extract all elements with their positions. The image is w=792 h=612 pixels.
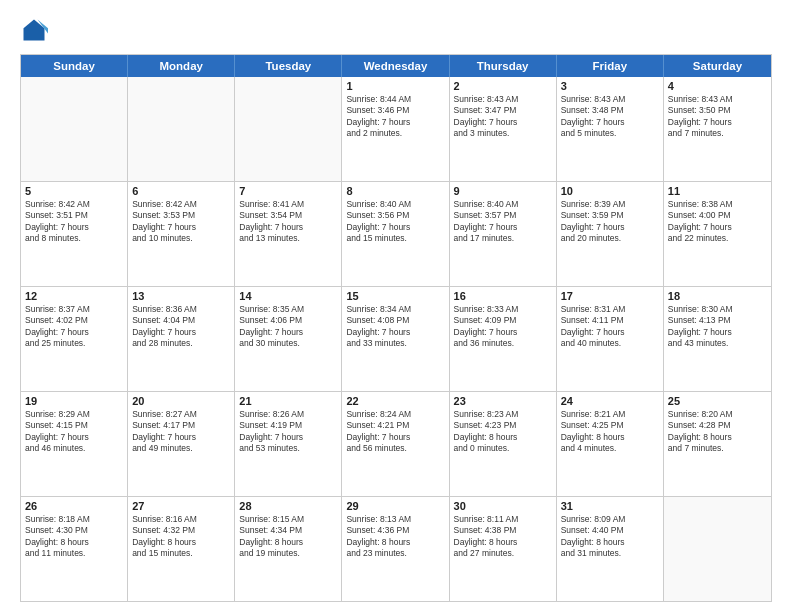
calendar-cell: 5Sunrise: 8:42 AMSunset: 3:51 PMDaylight… xyxy=(21,182,128,286)
cell-info-line: and 4 minutes. xyxy=(561,443,659,454)
weekday-header: Saturday xyxy=(664,55,771,77)
day-number: 29 xyxy=(346,500,444,512)
day-number: 31 xyxy=(561,500,659,512)
cell-info-line: and 53 minutes. xyxy=(239,443,337,454)
day-number: 30 xyxy=(454,500,552,512)
day-number: 27 xyxy=(132,500,230,512)
cell-info-line: Sunset: 4:28 PM xyxy=(668,420,767,431)
calendar-cell: 13Sunrise: 8:36 AMSunset: 4:04 PMDayligh… xyxy=(128,287,235,391)
cell-info-line: Sunrise: 8:34 AM xyxy=(346,304,444,315)
calendar-cell xyxy=(664,497,771,601)
cell-info-line: Daylight: 8 hours xyxy=(561,432,659,443)
cell-info-line: Sunrise: 8:30 AM xyxy=(668,304,767,315)
calendar-cell xyxy=(128,77,235,181)
cell-info-line: Sunset: 3:54 PM xyxy=(239,210,337,221)
cell-info-line: and 56 minutes. xyxy=(346,443,444,454)
cell-info-line: Sunrise: 8:16 AM xyxy=(132,514,230,525)
day-number: 2 xyxy=(454,80,552,92)
cell-info-line: Sunset: 4:21 PM xyxy=(346,420,444,431)
cell-info-line: and 30 minutes. xyxy=(239,338,337,349)
cell-info-line: Daylight: 7 hours xyxy=(561,117,659,128)
calendar-cell: 24Sunrise: 8:21 AMSunset: 4:25 PMDayligh… xyxy=(557,392,664,496)
cell-info-line: Sunrise: 8:40 AM xyxy=(454,199,552,210)
cell-info-line: and 3 minutes. xyxy=(454,128,552,139)
day-number: 4 xyxy=(668,80,767,92)
cell-info-line: and 15 minutes. xyxy=(132,548,230,559)
cell-info-line: Daylight: 7 hours xyxy=(346,432,444,443)
cell-info-line: Sunset: 4:08 PM xyxy=(346,315,444,326)
cell-info-line: Sunset: 4:13 PM xyxy=(668,315,767,326)
day-number: 9 xyxy=(454,185,552,197)
cell-info-line: Sunrise: 8:11 AM xyxy=(454,514,552,525)
calendar-cell: 15Sunrise: 8:34 AMSunset: 4:08 PMDayligh… xyxy=(342,287,449,391)
cell-info-line: Sunrise: 8:38 AM xyxy=(668,199,767,210)
cell-info-line: Sunrise: 8:43 AM xyxy=(668,94,767,105)
cell-info-line: Daylight: 8 hours xyxy=(454,537,552,548)
cell-info-line: Sunrise: 8:24 AM xyxy=(346,409,444,420)
cell-info-line: and 36 minutes. xyxy=(454,338,552,349)
cell-info-line: Sunset: 3:59 PM xyxy=(561,210,659,221)
cell-info-line: Daylight: 8 hours xyxy=(668,432,767,443)
calendar-cell: 29Sunrise: 8:13 AMSunset: 4:36 PMDayligh… xyxy=(342,497,449,601)
cell-info-line: and 31 minutes. xyxy=(561,548,659,559)
cell-info-line: and 22 minutes. xyxy=(668,233,767,244)
cell-info-line: Sunset: 4:25 PM xyxy=(561,420,659,431)
cell-info-line: Daylight: 8 hours xyxy=(239,537,337,548)
day-number: 14 xyxy=(239,290,337,302)
day-number: 13 xyxy=(132,290,230,302)
day-number: 17 xyxy=(561,290,659,302)
day-number: 3 xyxy=(561,80,659,92)
calendar-cell: 23Sunrise: 8:23 AMSunset: 4:23 PMDayligh… xyxy=(450,392,557,496)
cell-info-line: Sunset: 4:11 PM xyxy=(561,315,659,326)
calendar-cell: 20Sunrise: 8:27 AMSunset: 4:17 PMDayligh… xyxy=(128,392,235,496)
calendar-header: SundayMondayTuesdayWednesdayThursdayFrid… xyxy=(21,55,771,77)
cell-info-line: Daylight: 7 hours xyxy=(668,117,767,128)
calendar-cell: 3Sunrise: 8:43 AMSunset: 3:48 PMDaylight… xyxy=(557,77,664,181)
cell-info-line: Daylight: 7 hours xyxy=(239,327,337,338)
weekday-header: Wednesday xyxy=(342,55,449,77)
cell-info-line: Sunset: 4:32 PM xyxy=(132,525,230,536)
cell-info-line: Sunset: 4:23 PM xyxy=(454,420,552,431)
calendar-cell: 21Sunrise: 8:26 AMSunset: 4:19 PMDayligh… xyxy=(235,392,342,496)
cell-info-line: and 25 minutes. xyxy=(25,338,123,349)
cell-info-line: Sunrise: 8:13 AM xyxy=(346,514,444,525)
cell-info-line: and 33 minutes. xyxy=(346,338,444,349)
day-number: 19 xyxy=(25,395,123,407)
calendar-cell: 18Sunrise: 8:30 AMSunset: 4:13 PMDayligh… xyxy=(664,287,771,391)
calendar-row: 1Sunrise: 8:44 AMSunset: 3:46 PMDaylight… xyxy=(21,77,771,182)
svg-marker-0 xyxy=(24,20,45,41)
cell-info-line: and 40 minutes. xyxy=(561,338,659,349)
cell-info-line: Sunset: 4:00 PM xyxy=(668,210,767,221)
cell-info-line: Sunrise: 8:15 AM xyxy=(239,514,337,525)
weekday-header: Friday xyxy=(557,55,664,77)
calendar-cell: 31Sunrise: 8:09 AMSunset: 4:40 PMDayligh… xyxy=(557,497,664,601)
weekday-header: Monday xyxy=(128,55,235,77)
logo xyxy=(20,16,52,44)
cell-info-line: Sunset: 4:02 PM xyxy=(25,315,123,326)
cell-info-line: Sunset: 4:06 PM xyxy=(239,315,337,326)
calendar-cell: 25Sunrise: 8:20 AMSunset: 4:28 PMDayligh… xyxy=(664,392,771,496)
calendar-cell: 8Sunrise: 8:40 AMSunset: 3:56 PMDaylight… xyxy=(342,182,449,286)
cell-info-line: Sunrise: 8:29 AM xyxy=(25,409,123,420)
calendar-cell: 27Sunrise: 8:16 AMSunset: 4:32 PMDayligh… xyxy=(128,497,235,601)
calendar-cell: 28Sunrise: 8:15 AMSunset: 4:34 PMDayligh… xyxy=(235,497,342,601)
day-number: 26 xyxy=(25,500,123,512)
calendar-row: 5Sunrise: 8:42 AMSunset: 3:51 PMDaylight… xyxy=(21,182,771,287)
cell-info-line: Daylight: 7 hours xyxy=(454,117,552,128)
cell-info-line: and 8 minutes. xyxy=(25,233,123,244)
cell-info-line: and 15 minutes. xyxy=(346,233,444,244)
cell-info-line: and 43 minutes. xyxy=(668,338,767,349)
cell-info-line: Daylight: 8 hours xyxy=(561,537,659,548)
page: SundayMondayTuesdayWednesdayThursdayFrid… xyxy=(0,0,792,612)
cell-info-line: Sunset: 4:15 PM xyxy=(25,420,123,431)
cell-info-line: Sunset: 4:36 PM xyxy=(346,525,444,536)
calendar-cell: 10Sunrise: 8:39 AMSunset: 3:59 PMDayligh… xyxy=(557,182,664,286)
day-number: 20 xyxy=(132,395,230,407)
cell-info-line: Daylight: 7 hours xyxy=(132,327,230,338)
cell-info-line: Sunset: 3:47 PM xyxy=(454,105,552,116)
calendar-row: 26Sunrise: 8:18 AMSunset: 4:30 PMDayligh… xyxy=(21,497,771,601)
cell-info-line: Sunset: 3:57 PM xyxy=(454,210,552,221)
day-number: 6 xyxy=(132,185,230,197)
day-number: 11 xyxy=(668,185,767,197)
cell-info-line: Sunset: 4:19 PM xyxy=(239,420,337,431)
